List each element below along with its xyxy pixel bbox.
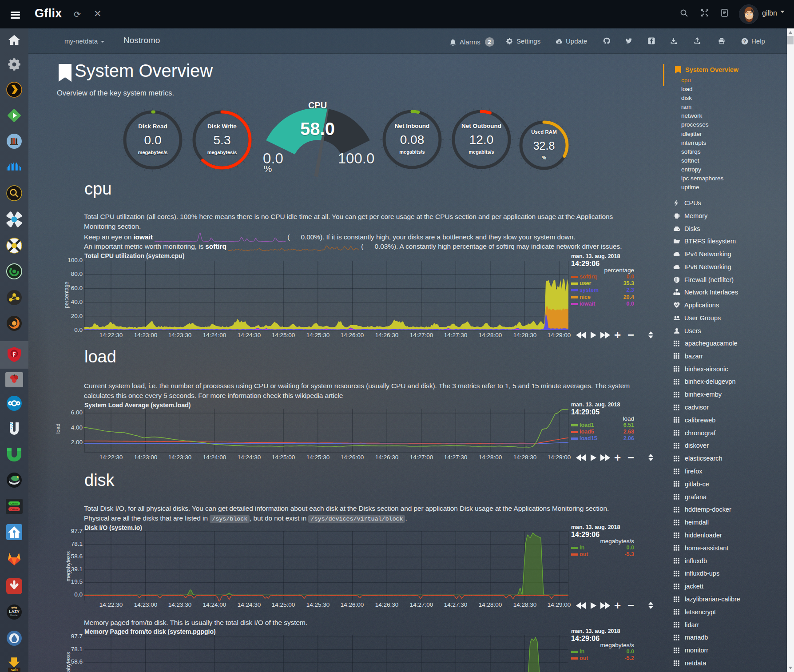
svg-text:0.08: 0.08	[400, 133, 425, 147]
svg-text:12.0: 12.0	[469, 133, 494, 147]
svg-text:megabytes/s: megabytes/s	[138, 150, 168, 155]
svg-text:Disk Read: Disk Read	[138, 123, 167, 130]
svg-text:Net Inbound: Net Inbound	[395, 123, 430, 129]
svg-text:LAZY: LAZY	[9, 609, 20, 614]
svg-text:%: %	[542, 155, 546, 160]
svg-text:Disk Write: Disk Write	[207, 123, 237, 130]
svg-text:Net Outbound: Net Outbound	[461, 123, 501, 129]
svg-text:Used RAM: Used RAM	[531, 129, 557, 135]
svg-text:?: ?	[743, 38, 746, 44]
svg-text:32.8: 32.8	[533, 139, 555, 152]
svg-text:Online: Online	[10, 502, 18, 505]
svg-text:Offline: Offline	[10, 508, 18, 511]
svg-text:5.3: 5.3	[214, 133, 231, 147]
svg-text:megabytes/s: megabytes/s	[207, 150, 237, 155]
svg-text:megabits/s: megabits/s	[399, 149, 425, 155]
svg-text:megabits/s: megabits/s	[468, 149, 494, 155]
svg-text:sab: sab	[11, 668, 18, 672]
svg-text:librarian: librarian	[10, 614, 18, 616]
svg-text:0.0: 0.0	[144, 133, 162, 147]
